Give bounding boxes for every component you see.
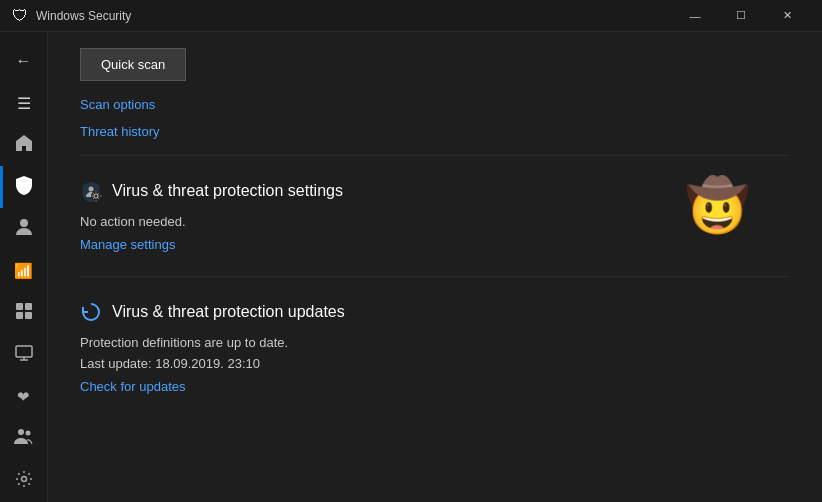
title-bar: 🛡 Windows Security — ☐ ✕	[0, 0, 822, 32]
app-body: ← ☰	[0, 32, 822, 502]
manage-settings-link[interactable]: Manage settings	[80, 237, 790, 252]
title-bar-controls: — ☐ ✕	[672, 0, 810, 32]
main-content: Quick scan Scan options Threat history	[48, 32, 822, 502]
minimize-button[interactable]: —	[672, 0, 718, 32]
updates-section: Virus & threat protection updates Protec…	[80, 301, 790, 394]
maximize-button[interactable]: ☐	[718, 0, 764, 32]
updates-section-title: Virus & threat protection updates	[80, 301, 790, 323]
svg-rect-5	[16, 346, 32, 357]
svg-rect-2	[25, 303, 32, 310]
shield-icon	[14, 175, 34, 200]
svg-rect-1	[16, 303, 23, 310]
sidebar-item-shield[interactable]	[0, 166, 48, 208]
home-icon	[15, 134, 33, 157]
app-icon-nav	[15, 302, 33, 325]
scan-options-link[interactable]: Scan options	[80, 97, 790, 112]
quick-scan-button[interactable]: Quick scan	[80, 48, 186, 81]
title-bar-left: 🛡 Windows Security	[12, 8, 131, 24]
sidebar-item-home[interactable]	[0, 124, 48, 166]
svg-point-0	[20, 219, 28, 227]
sidebar-item-settings[interactable]	[0, 460, 48, 502]
person-icon	[15, 218, 33, 241]
svg-point-6	[18, 429, 24, 435]
svg-rect-3	[16, 312, 23, 319]
sidebar-item-back[interactable]: ←	[0, 40, 48, 82]
settings-icon	[15, 470, 33, 493]
mascot: 🤠	[685, 175, 750, 236]
settings-section: Virus & threat protection settings 🤠 No …	[80, 180, 790, 252]
sidebar: ← ☰	[0, 32, 48, 502]
sidebar-item-health[interactable]: ❤	[0, 376, 48, 418]
sidebar-item-menu[interactable]: ☰	[0, 82, 48, 124]
updates-status-text: Protection definitions are up to date.	[80, 335, 790, 350]
threat-history-link[interactable]: Threat history	[80, 124, 790, 139]
close-button[interactable]: ✕	[764, 0, 810, 32]
app-icon: 🛡	[12, 8, 28, 24]
family-icon	[14, 428, 34, 451]
divider-1	[80, 155, 790, 156]
menu-icon: ☰	[17, 94, 31, 113]
device-icon	[15, 344, 33, 367]
settings-status-text: No action needed.	[80, 214, 790, 229]
settings-shield-icon	[80, 180, 102, 202]
updates-icon	[80, 301, 102, 323]
sidebar-item-family[interactable]	[0, 418, 48, 460]
updates-last-update: Last update: 18.09.2019. 23:10	[80, 356, 790, 371]
updates-section-title-text: Virus & threat protection updates	[112, 303, 345, 321]
wifi-icon: 📶	[14, 262, 33, 280]
svg-point-7	[25, 430, 30, 435]
divider-2	[80, 276, 790, 277]
back-icon: ←	[16, 52, 32, 70]
sidebar-item-firewall[interactable]: 📶	[0, 250, 48, 292]
svg-point-9	[89, 187, 94, 192]
sidebar-item-device[interactable]	[0, 334, 48, 376]
title-bar-title: Windows Security	[36, 9, 131, 23]
sidebar-item-app[interactable]	[0, 292, 48, 334]
svg-rect-4	[25, 312, 32, 319]
check-for-updates-link[interactable]: Check for updates	[80, 379, 790, 394]
settings-section-title: Virus & threat protection settings 🤠	[80, 180, 790, 202]
sidebar-item-account[interactable]	[0, 208, 48, 250]
health-icon: ❤	[17, 388, 30, 406]
settings-section-title-text: Virus & threat protection settings	[112, 182, 343, 200]
svg-point-8	[21, 476, 26, 481]
